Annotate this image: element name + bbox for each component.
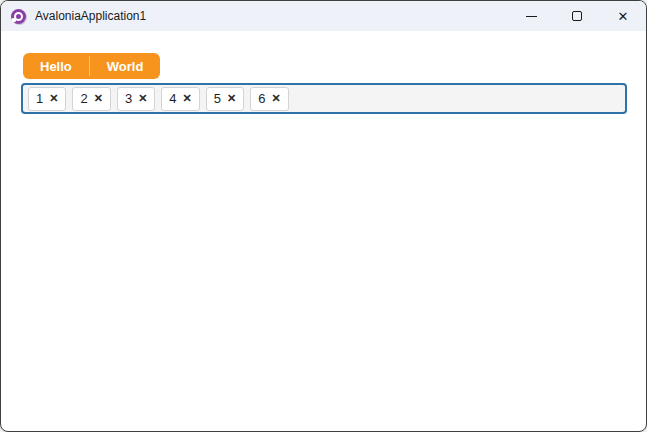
window-controls: ✕ bbox=[508, 1, 646, 31]
titlebar[interactable]: AvaloniaApplication1 ✕ bbox=[1, 1, 646, 31]
chip-remove-icon[interactable]: ✕ bbox=[227, 93, 236, 104]
avalonia-logo-icon bbox=[11, 9, 26, 24]
tab-hello[interactable]: Hello bbox=[23, 53, 89, 79]
tab-strip: Hello World bbox=[23, 53, 160, 79]
chip-item: 4 ✕ bbox=[161, 87, 199, 111]
minimize-icon bbox=[526, 16, 537, 17]
chip-remove-icon[interactable]: ✕ bbox=[49, 93, 58, 104]
maximize-button[interactable] bbox=[554, 1, 600, 31]
chip-remove-icon[interactable]: ✕ bbox=[138, 93, 147, 104]
app-window: AvaloniaApplication1 ✕ Hello World 1 ✕ bbox=[0, 0, 647, 432]
chip-remove-icon[interactable]: ✕ bbox=[94, 93, 103, 104]
chip-label: 2 bbox=[80, 91, 87, 106]
chip-item: 3 ✕ bbox=[117, 87, 155, 111]
chip-item: 2 ✕ bbox=[72, 87, 110, 111]
chip-label: 1 bbox=[36, 91, 43, 106]
content-area: Hello World 1 ✕ 2 ✕ 3 ✕ 4 ✕ 5 ✕ bbox=[1, 31, 646, 114]
chip-item: 6 ✕ bbox=[250, 87, 288, 111]
chip-label: 3 bbox=[125, 91, 132, 106]
chip-label: 5 bbox=[214, 91, 221, 106]
chip-label: 6 bbox=[258, 91, 265, 106]
chip-label: 4 bbox=[169, 91, 176, 106]
close-icon: ✕ bbox=[618, 10, 629, 23]
chip-item: 1 ✕ bbox=[28, 87, 66, 111]
minimize-button[interactable] bbox=[508, 1, 554, 31]
chip-item: 5 ✕ bbox=[206, 87, 244, 111]
chip-input-field[interactable]: 1 ✕ 2 ✕ 3 ✕ 4 ✕ 5 ✕ 6 ✕ bbox=[21, 83, 627, 114]
window-title: AvaloniaApplication1 bbox=[35, 9, 146, 23]
chip-remove-icon[interactable]: ✕ bbox=[183, 93, 192, 104]
close-button[interactable]: ✕ bbox=[600, 1, 646, 31]
chip-remove-icon[interactable]: ✕ bbox=[272, 93, 281, 104]
maximize-icon bbox=[572, 11, 582, 21]
tab-world[interactable]: World bbox=[90, 53, 161, 79]
